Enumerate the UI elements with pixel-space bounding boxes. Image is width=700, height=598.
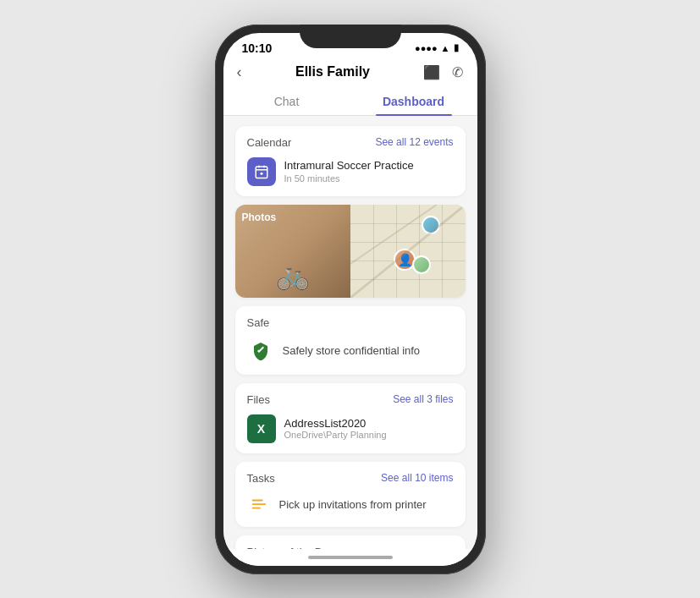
- back-button[interactable]: ‹: [237, 63, 242, 81]
- files-item[interactable]: X AddressList2020 OneDrive\Party Plannin…: [247, 414, 454, 443]
- dashboard-content[interactable]: Calendar See all 12 events: [223, 116, 477, 549]
- status-icons: ●●●● ▲ ▮: [415, 42, 458, 53]
- header-action-icons: ⬛ ✆: [423, 64, 463, 80]
- task-list-icon: [247, 493, 271, 517]
- file-name: AddressList2020: [284, 417, 387, 430]
- files-section-title: Files: [247, 393, 270, 406]
- file-text: AddressList2020 OneDrive\Party Planning: [284, 417, 387, 440]
- svg-rect-8: [251, 507, 260, 508]
- svg-rect-6: [251, 499, 262, 501]
- safe-item: Safely store confidential info: [247, 337, 454, 365]
- calendar-card: Calendar See all 12 events: [235, 126, 466, 196]
- battery-icon: ▮: [454, 42, 459, 53]
- tab-dashboard[interactable]: Dashboard: [350, 88, 477, 115]
- photos-map-panel: 👤: [350, 205, 466, 298]
- files-see-all[interactable]: See all 3 files: [393, 393, 453, 405]
- svg-line-5: [350, 205, 437, 264]
- svg-point-3: [260, 172, 262, 174]
- voice-call-icon[interactable]: ✆: [452, 64, 463, 80]
- wifi-icon: ▲: [441, 43, 450, 53]
- calendar-event-text: Intramural Soccer Practice In 50 minutes: [284, 159, 414, 184]
- task-description: Pick up invitations from printer: [279, 498, 427, 511]
- tasks-section-title: Tasks: [247, 472, 275, 485]
- tab-bar: Chat Dashboard: [223, 88, 477, 116]
- safe-shield-icon: [247, 337, 274, 365]
- svg-rect-1: [258, 165, 260, 167]
- phone-frame: 10:10 ●●●● ▲ ▮ ‹ Ellis Family ⬛ ✆ Chat D…: [215, 25, 486, 574]
- picture-of-day-card: Picture of the Day: [235, 535, 466, 549]
- calendar-see-all[interactable]: See all 12 events: [375, 136, 453, 148]
- photos-card[interactable]: Photos 🚲: [235, 205, 466, 298]
- safe-card-header: Safe: [247, 316, 454, 329]
- calendar-card-header: Calendar See all 12 events: [247, 136, 454, 149]
- status-time: 10:10: [242, 41, 273, 55]
- app-header: ‹ Ellis Family ⬛ ✆: [223, 58, 477, 88]
- tasks-card-header: Tasks See all 10 items: [247, 472, 454, 485]
- task-item[interactable]: Pick up invitations from printer: [247, 493, 454, 517]
- event-time: In 50 minutes: [284, 173, 414, 184]
- calendar-event-icon: [247, 157, 276, 186]
- photos-bike-figure: 🚲: [276, 259, 310, 291]
- safe-card[interactable]: Safe Safely store confidential info: [235, 306, 466, 375]
- photos-image-panel: Photos 🚲: [235, 205, 350, 298]
- svg-rect-7: [251, 503, 266, 505]
- calendar-section-title: Calendar: [247, 136, 292, 149]
- tasks-see-all[interactable]: See all 10 items: [381, 472, 453, 484]
- tab-chat[interactable]: Chat: [223, 88, 350, 115]
- header-title: Ellis Family: [295, 64, 370, 80]
- files-card: Files See all 3 files X AddressList2020 …: [235, 383, 466, 453]
- files-card-header: Files See all 3 files: [247, 393, 454, 406]
- file-path: OneDrive\Party Planning: [284, 430, 387, 440]
- photos-label: Photos: [242, 211, 277, 223]
- notch: [300, 25, 401, 48]
- signal-icon: ●●●●: [415, 43, 438, 53]
- map-background: 👤: [350, 205, 466, 298]
- calendar-event-item[interactable]: Intramural Soccer Practice In 50 minutes: [247, 157, 454, 186]
- phone-screen: 10:10 ●●●● ▲ ▮ ‹ Ellis Family ⬛ ✆ Chat D…: [223, 33, 477, 566]
- home-indicator: [223, 549, 477, 566]
- event-title: Intramural Soccer Practice: [284, 159, 414, 172]
- svg-rect-2: [263, 165, 265, 167]
- video-call-icon[interactable]: ⬛: [423, 64, 440, 80]
- excel-file-icon: X: [247, 414, 276, 443]
- safe-section-title: Safe: [247, 316, 270, 329]
- safe-description: Safely store confidential info: [283, 344, 421, 357]
- home-bar: [308, 556, 393, 559]
- tasks-card: Tasks See all 10 items Pick up invitatio…: [235, 462, 466, 527]
